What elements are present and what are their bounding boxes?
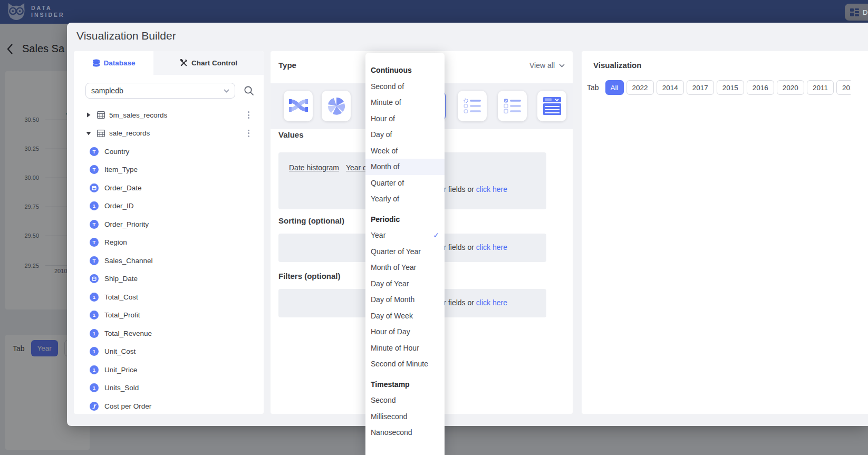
dropdown-item[interactable]: Nanosecond [365, 424, 445, 441]
text-field-icon: T [90, 147, 99, 156]
year-tab-all[interactable]: All [605, 80, 624, 95]
year-tab[interactable]: 2016 [747, 80, 774, 95]
field-row[interactable]: 1 Unit_Price [74, 361, 264, 379]
field-row[interactable]: 1 Total_Profit [74, 306, 264, 325]
field-row[interactable]: ƒ Cost per Order [74, 397, 264, 415]
field-row[interactable]: T Order_Priority [74, 215, 264, 234]
brand-logo[interactable]: DATA INSIDER [6, 3, 65, 21]
year-tab[interactable]: 2011 [807, 80, 834, 95]
dropdown-item[interactable]: Hour of [365, 111, 445, 127]
dropdown-item[interactable]: Month of Year [365, 259, 445, 276]
schema-tree: 5m_sales_records sale_records T Coun [74, 106, 264, 415]
visualization-builder-modal: Visualization Builder Database Chart C [67, 23, 868, 426]
field-row[interactable]: Order_Date [74, 179, 264, 197]
database-select[interactable]: sampledb [85, 83, 235, 99]
type-label: Type [278, 61, 296, 70]
dropdown-group-header: Periodic [365, 211, 445, 228]
table-icon [97, 111, 105, 119]
search-icon[interactable] [244, 85, 254, 96]
table-menu-kebab-icon[interactable] [245, 129, 252, 138]
field-row[interactable]: T Sales_Channel [74, 251, 264, 270]
dropdown-item[interactable]: Second [365, 392, 445, 409]
dropdown-item[interactable]: Minute of Hour [365, 340, 445, 356]
table-menu-kebab-icon[interactable] [245, 111, 252, 119]
dropdown-item[interactable]: Yearly of [365, 191, 445, 207]
tab-row-label: Tab [587, 83, 599, 92]
field-name: Units_Sold [104, 384, 139, 392]
dropdown-item[interactable]: Second of [365, 79, 445, 95]
dropdown-item[interactable]: Day of [365, 127, 445, 143]
field-row[interactable]: Ship_Date [74, 270, 264, 288]
text-field-icon: T [90, 220, 99, 229]
field-row[interactable]: T Item_Type [74, 161, 264, 179]
dashboard-button[interactable]: D [845, 4, 868, 21]
caret-down-icon[interactable] [84, 131, 93, 135]
year-tab[interactable]: 2019 [836, 80, 851, 95]
field-row[interactable]: 1 Total_Cost [74, 288, 264, 306]
function-field-icon: ƒ [90, 402, 99, 411]
chart-type-table[interactable] [537, 91, 566, 121]
click-here-link[interactable]: click here [476, 298, 507, 307]
dropdown-item[interactable]: Hour of Day [365, 324, 445, 340]
dropdown-item[interactable]: Minute of [365, 94, 445, 111]
text-field-icon: T [90, 238, 99, 247]
tools-icon [180, 59, 188, 67]
year-tab[interactable]: 2022 [626, 80, 654, 95]
field-row[interactable]: 1 Units_Sold [74, 379, 264, 398]
year-tab[interactable]: 2014 [657, 80, 684, 95]
dropdown-item[interactable]: Quarter of [365, 175, 445, 191]
year-tab[interactable]: 2015 [717, 80, 744, 95]
field-row[interactable]: T Region [74, 234, 264, 252]
view-all-button[interactable]: View all [529, 61, 565, 70]
database-select-value: sampledb [91, 86, 123, 95]
caret-right-icon[interactable] [84, 112, 93, 118]
field-row[interactable]: 1 Unit_Cost [74, 343, 264, 361]
field-row[interactable]: T Country [74, 142, 264, 161]
tab-database[interactable]: Database [74, 51, 153, 75]
click-here-link[interactable]: click here [476, 243, 507, 251]
dropdown-item[interactable]: Second of Minute [365, 356, 445, 372]
table-row-sale-records[interactable]: sale_records [74, 124, 264, 143]
dashboard-grid-icon [850, 8, 859, 16]
date-field-icon [90, 183, 99, 192]
number-field-icon: 1 [90, 365, 99, 374]
text-field-icon: T [90, 256, 99, 265]
number-field-icon: 1 [90, 201, 99, 210]
field-name: Order_ID [104, 202, 134, 210]
dropdown-group-header: Timestamp [365, 376, 445, 393]
field-name: Ship_Date [104, 275, 138, 283]
dropdown-item[interactable]: Day of Week [365, 308, 445, 324]
field-row[interactable]: 1 Order_ID [74, 197, 264, 216]
field-name: Total_Cost [104, 293, 138, 301]
year-tab[interactable]: 2020 [777, 80, 804, 95]
year-tab[interactable]: 2017 [687, 80, 714, 95]
table-row-5m-sales-records[interactable]: 5m_sales_records [74, 106, 264, 124]
tab-chart-control[interactable]: Chart Control [153, 51, 264, 75]
field-name: Total_Revenue [104, 330, 152, 337]
dropdown-item[interactable]: Millisecond [365, 409, 445, 425]
chart-type-checkbox-list[interactable] [498, 91, 527, 121]
number-field-icon: 1 [90, 311, 99, 320]
sorting-label: Sorting (optional) [278, 216, 344, 225]
filters-label: Filters (optional) [278, 272, 341, 280]
chip-date-histogram[interactable]: Date histogram [289, 163, 339, 172]
dropdown-item[interactable]: Week of [365, 143, 445, 159]
field-name: Country [104, 148, 129, 156]
click-here-link[interactable]: click here [476, 185, 507, 193]
chart-type-pie[interactable] [322, 91, 351, 121]
brand-line1: DATA [31, 5, 65, 12]
year-tab-list: All 2022 2014 2017 2015 2016 2020 2011 2… [605, 80, 851, 95]
dropdown-item-label: Year [371, 227, 385, 244]
dropdown-item[interactable]: Quarter of Year [365, 244, 445, 260]
dropdown-item[interactable]: Day of Year [365, 276, 445, 292]
dropdown-item-highlighted[interactable]: Month of [365, 159, 445, 175]
field-name: Unit_Price [104, 366, 137, 374]
chart-type-sankey[interactable] [284, 91, 313, 121]
chevron-down-icon [559, 64, 565, 67]
field-name: Total_Profit [104, 311, 140, 319]
chart-type-radio-list[interactable] [458, 91, 487, 121]
table-name: sale_records [109, 129, 150, 137]
dropdown-item-checked[interactable]: Year ✓ [365, 227, 445, 244]
field-row[interactable]: 1 Total_Revenue [74, 324, 264, 343]
dropdown-item[interactable]: Day of Month [365, 292, 445, 308]
